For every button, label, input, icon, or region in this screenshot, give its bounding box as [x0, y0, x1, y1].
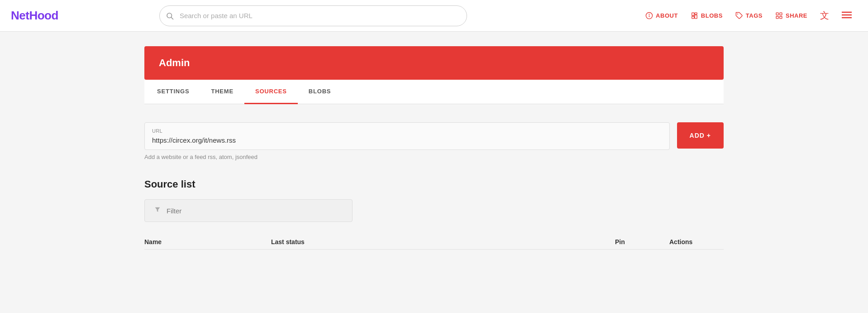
search-container: [159, 5, 467, 26]
source-list-title: Source list: [144, 178, 724, 190]
nav-right: ABOUT BLOBS TAGS: [640, 6, 857, 25]
url-label: URL: [152, 128, 662, 134]
filter-icon: [154, 206, 161, 215]
tab-sources[interactable]: SOURCES: [244, 80, 298, 104]
col-last-status: Last status: [271, 238, 615, 246]
nav-blobs[interactable]: BLOBS: [685, 8, 728, 23]
nav-share-label: SHARE: [786, 12, 807, 19]
svg-rect-5: [692, 13, 694, 15]
header: NetHood ABOUT: [0, 0, 868, 32]
menu-button[interactable]: [836, 7, 857, 24]
col-name: Name: [144, 238, 271, 246]
translate-icon: 文: [820, 10, 829, 20]
tags-icon: [735, 12, 743, 19]
filter-container: [144, 199, 353, 222]
tab-settings[interactable]: SETTINGS: [146, 80, 200, 104]
svg-rect-8: [695, 15, 697, 19]
nav-tags[interactable]: TAGS: [730, 8, 768, 23]
source-list-section: Source list Name Last status Pin Actions: [144, 178, 724, 250]
col-actions: Actions: [669, 238, 724, 246]
svg-line-1: [171, 17, 173, 19]
nav-about[interactable]: ABOUT: [640, 8, 683, 23]
hamburger-icon: [842, 10, 852, 20]
nav-blobs-label: BLOBS: [701, 12, 723, 19]
tab-blobs[interactable]: BLOBS: [298, 80, 342, 104]
add-button[interactable]: ADD +: [677, 122, 724, 149]
admin-banner-title: Admin: [159, 57, 709, 69]
search-input[interactable]: [159, 5, 467, 26]
url-hint: Add a website or a feed rss, atom, jsonf…: [144, 154, 724, 160]
svg-rect-12: [776, 16, 778, 19]
svg-rect-11: [780, 13, 782, 15]
nav-about-label: ABOUT: [656, 12, 678, 19]
nav-share[interactable]: SHARE: [770, 8, 813, 23]
blobs-icon: [691, 12, 698, 19]
admin-banner: Admin: [144, 46, 724, 80]
filter-input[interactable]: [167, 207, 343, 215]
about-icon: [645, 12, 653, 19]
tab-theme[interactable]: THEME: [200, 80, 244, 104]
svg-rect-13: [780, 16, 782, 19]
svg-rect-6: [695, 13, 697, 14]
url-section: URL ADD +: [144, 122, 724, 150]
translate-button[interactable]: 文: [815, 6, 835, 25]
tabs-container: SETTINGS THEME SOURCES BLOBS: [144, 80, 724, 104]
url-input-wrap: URL: [144, 122, 670, 150]
share-icon: [775, 12, 783, 19]
main-content: Admin SETTINGS THEME SOURCES BLOBS URL A…: [108, 46, 760, 250]
url-input[interactable]: [152, 135, 662, 145]
logo: NetHood: [11, 9, 58, 23]
svg-rect-10: [776, 13, 778, 15]
search-icon: [166, 12, 174, 20]
add-button-label: ADD +: [690, 132, 711, 139]
svg-rect-7: [692, 16, 694, 19]
col-pin: Pin: [615, 238, 669, 246]
table-header: Name Last status Pin Actions: [144, 235, 724, 250]
nav-tags-label: TAGS: [746, 12, 763, 19]
